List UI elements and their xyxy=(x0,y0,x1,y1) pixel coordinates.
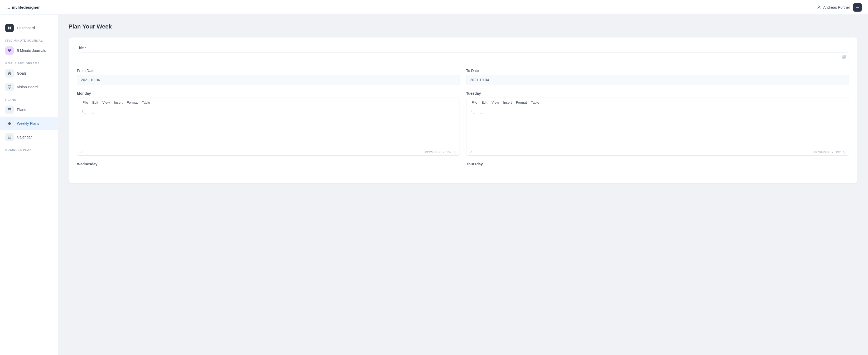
user-icon xyxy=(816,5,821,10)
monday-menu-edit[interactable]: Edit xyxy=(90,99,100,106)
sidebar-item-calendar[interactable]: Calendar xyxy=(0,130,58,144)
vision-board-label: Vision Board xyxy=(17,85,38,89)
svg-rect-12 xyxy=(8,124,9,125)
svg-point-0 xyxy=(818,6,819,7)
form-container: Title * From Date xyxy=(68,37,858,183)
tuesday-menu-file[interactable]: File xyxy=(470,99,479,106)
tuesday-toolbar: 1 2 3 xyxy=(466,107,849,117)
table-icon xyxy=(842,55,846,60)
sidebar-item-goals[interactable]: Goals xyxy=(0,66,58,80)
heart-icon xyxy=(5,47,14,55)
svg-rect-13 xyxy=(10,124,11,125)
monday-powered-by: POWERED BY TINY xyxy=(425,151,452,154)
sidebar-dashboard-label: Dashboard xyxy=(17,26,35,30)
svg-rect-11 xyxy=(10,122,11,123)
thursday-group: Thursday xyxy=(466,162,849,168)
required-star: * xyxy=(85,46,86,50)
tuesday-resize-handle: ⤡ xyxy=(842,150,845,154)
monday-menu-format[interactable]: Format xyxy=(125,99,140,106)
tuesday-menu-table[interactable]: Table xyxy=(529,99,541,106)
topbar-right: Andreas Pörtner → xyxy=(816,3,862,11)
section-plans: PLANS xyxy=(0,94,58,103)
svg-point-39 xyxy=(480,112,481,112)
topbar: ... mylifedesigner Andreas Pörtner → xyxy=(0,0,868,15)
tuesday-menubar: File Edit View Insert Format Table xyxy=(466,98,849,107)
section-goals: GOALS AND DREAMS xyxy=(0,58,58,66)
svg-point-26 xyxy=(91,111,92,111)
sidebar-item-weekly-plans[interactable]: Weekly Plans xyxy=(0,117,58,130)
svg-point-38 xyxy=(480,111,481,111)
svg-rect-10 xyxy=(8,122,9,123)
tuesday-menu-format[interactable]: Format xyxy=(514,99,529,106)
five-minute-label: 5 Minute Journals xyxy=(17,49,46,53)
monday-paragraph-indicator: P xyxy=(81,150,83,154)
section-five-minute: FIVE MINUTE JOURNAL xyxy=(0,35,58,44)
svg-rect-4 xyxy=(10,28,11,30)
logout-icon: → xyxy=(855,5,860,10)
monday-menu-table[interactable]: Table xyxy=(140,99,152,106)
user-name: Andreas Pörtner xyxy=(823,5,850,9)
wednesday-group: Wednesday xyxy=(77,162,460,168)
monday-menu-file[interactable]: File xyxy=(81,99,90,106)
vision-board-icon xyxy=(5,83,14,91)
goals-label: Goals xyxy=(17,71,27,76)
brand: ... mylifedesigner xyxy=(6,4,40,10)
from-date-input[interactable] xyxy=(77,75,460,85)
monday-label: Monday xyxy=(77,91,460,95)
topbar-user: Andreas Pörtner xyxy=(816,5,850,10)
svg-text:3: 3 xyxy=(82,112,83,113)
svg-point-28 xyxy=(91,113,92,113)
sidebar-item-plans[interactable]: Plans xyxy=(0,103,58,117)
tuesday-menu-insert[interactable]: Insert xyxy=(501,99,514,106)
goals-icon xyxy=(5,69,14,78)
svg-point-27 xyxy=(91,112,92,112)
monday-ordered-list-btn[interactable]: 1 2 3 xyxy=(81,109,88,115)
to-date-label: To Date xyxy=(466,68,849,73)
calendar-icon xyxy=(5,133,14,141)
plans-icon xyxy=(5,106,14,114)
sidebar-item-vision-board[interactable]: Vision Board xyxy=(0,80,58,94)
sidebar-item-dashboard[interactable]: Dashboard xyxy=(0,21,58,35)
to-date-group: To Date xyxy=(466,68,849,85)
tuesday-ordered-list-btn[interactable]: 1 2 3 xyxy=(470,109,477,115)
section-business: BUSINESS PLAN xyxy=(0,144,58,153)
calendar-label: Calendar xyxy=(17,135,32,139)
brand-name: mylifedesigner xyxy=(12,5,40,9)
weekly-plans-label: Weekly Plans xyxy=(17,121,39,125)
tuesday-menu-view[interactable]: View xyxy=(489,99,501,106)
tuesday-menu-edit[interactable]: Edit xyxy=(479,99,489,106)
tuesday-unordered-list-btn[interactable] xyxy=(478,109,486,115)
date-row: From Date To Date xyxy=(77,68,849,85)
sidebar-item-five-minute[interactable]: 5 Minute Journals xyxy=(0,44,58,58)
page-title: Plan Your Week xyxy=(68,23,858,30)
title-input[interactable] xyxy=(77,52,849,62)
logout-button[interactable]: → xyxy=(853,3,862,11)
monday-editor-footer: P POWERED BY TINY ⤡ xyxy=(77,149,460,155)
monday-menu-insert[interactable]: Insert xyxy=(112,99,125,106)
plans-label: Plans xyxy=(17,108,26,112)
monday-resize-handle: ⤡ xyxy=(453,150,457,154)
monday-menu-view[interactable]: View xyxy=(100,99,112,106)
layout: Dashboard FIVE MINUTE JOURNAL 5 Minute J… xyxy=(0,0,868,355)
title-label: Title * xyxy=(77,46,849,50)
monday-editor-body[interactable] xyxy=(77,117,460,149)
svg-rect-15 xyxy=(9,138,9,138)
title-input-wrapper xyxy=(77,52,849,62)
sidebar: Dashboard FIVE MINUTE JOURNAL 5 Minute J… xyxy=(0,15,58,355)
tuesday-editor-body[interactable] xyxy=(466,117,849,149)
thursday-label: Thursday xyxy=(466,162,849,166)
svg-rect-8 xyxy=(8,86,11,88)
to-date-input[interactable] xyxy=(466,75,849,85)
tuesday-editor: File Edit View Insert Format Table xyxy=(466,97,849,156)
tuesday-editor-footer: P POWERED BY TINY ⤡ xyxy=(466,149,849,155)
svg-point-6 xyxy=(9,72,10,75)
monday-toolbar: 1 2 3 xyxy=(77,107,460,117)
tuesday-powered-by: POWERED BY TINY xyxy=(814,151,841,154)
wednesday-thursday-row: Wednesday Thursday xyxy=(77,162,849,168)
monday-menubar: File Edit View Insert Format Table xyxy=(77,98,460,107)
monday-unordered-list-btn[interactable] xyxy=(89,109,96,115)
svg-rect-9 xyxy=(8,109,11,111)
svg-rect-2 xyxy=(10,27,11,28)
monday-editor: File Edit View Insert Format Table xyxy=(77,97,460,156)
monday-tuesday-row: Monday File Edit View Insert Format Tabl… xyxy=(77,91,849,156)
